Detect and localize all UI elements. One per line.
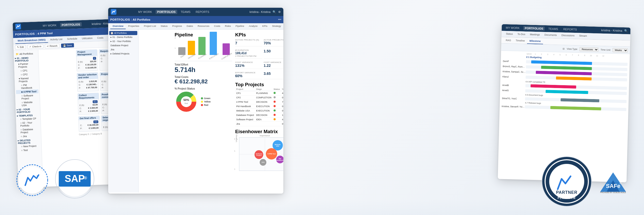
gantt-bar-5 <box>530 84 576 89</box>
search-icon-center[interactable]: 🔍 <box>273 10 276 14</box>
tab-wbs[interactable]: Work Breakdown (WBS) <box>15 37 48 44</box>
nav-teams-right[interactable]: TEAMS <box>547 27 560 31</box>
ps-all-portfolios[interactable]: 📋 All Portfolios <box>109 31 137 35</box>
proj-pct-7: 42% <box>281 117 283 122</box>
sap-logo: SAP ® <box>54 158 95 200</box>
gantt-bar-1 <box>531 60 592 65</box>
ps-jira[interactable]: Jira <box>109 47 137 52</box>
settings-icon-center[interactable]: ⚙ <box>278 10 281 14</box>
eisenhower-matrix: 8 5 3 Website USA Software Project 4 PPM… <box>239 137 283 171</box>
tree-software[interactable]: ○ Software Project <box>16 93 39 101</box>
edit-button[interactable]: ✎ Edit <box>15 45 26 49</box>
week-8: 8 <box>576 54 581 56</box>
more-options-center[interactable]: ••• <box>278 18 281 21</box>
tab-pipeline[interactable]: Pipeline <box>233 23 247 29</box>
tree-named-projects[interactable]: ▾ Named Projects <box>15 76 38 83</box>
proj-pct-3: 70% <box>281 100 283 104</box>
y-label-5: 5 <box>234 150 235 152</box>
wbs-badge-5: 5.1 <box>93 100 98 103</box>
dot-green <box>201 97 203 99</box>
tab-activity[interactable]: Activity List <box>48 36 65 43</box>
proj-pct-1: 40% <box>281 91 283 95</box>
nav-portfolios-left[interactable]: PORTFOLIOS <box>60 22 82 27</box>
y-label-8: 8 <box>234 138 235 140</box>
ps-database[interactable]: Database Project <box>109 43 137 47</box>
tab-status-right[interactable]: Status <box>504 31 515 37</box>
tab-analyze[interactable]: Analyze <box>247 23 260 29</box>
tab-costs[interactable]: Costs <box>95 35 106 41</box>
tree-database[interactable]: ○ Database Project <box>17 127 40 134</box>
ps-deleted[interactable]: ▸ Deleted Projects <box>109 52 137 56</box>
tree-pm-handbook[interactable]: ○ PM Handbook <box>16 83 38 90</box>
proj-status-6 <box>273 113 281 117</box>
tab-project-list[interactable]: Project List <box>142 23 158 29</box>
nav-reports-center[interactable]: REPORTS <box>194 10 211 14</box>
tab-strategy[interactable]: Strategy <box>270 23 283 29</box>
wbs-cell-collect-req: Collect Requirements 5.1 E (h):63,00 C:€… <box>78 93 100 115</box>
gantt-bar-7 <box>561 98 599 102</box>
tree-test[interactable]: ○ Test <box>18 148 41 152</box>
planforge-icon-center <box>111 9 116 15</box>
tab-stream-right[interactable]: Stream <box>577 33 589 39</box>
search-icon-right[interactable]: 🔍 <box>624 29 628 33</box>
safe-badge-svg: SAFe ® PROVIDED BY SCALED AGILE <box>592 169 634 194</box>
tab-risks[interactable]: Risks <box>223 23 233 29</box>
tab-meetings-right[interactable]: Meetings <box>528 31 542 38</box>
total-costs-value: € 612.298,82 <box>175 78 232 85</box>
svg-text:PROVIDED BY SCALED AGILE: PROVIDED BY SCALED AGILE <box>600 192 626 193</box>
tab-discussions-right[interactable]: Discussions <box>559 32 577 39</box>
svg-text:SAP: SAP <box>65 173 85 184</box>
rework-button[interactable]: ↩ Rework <box>45 44 60 48</box>
tree-jira[interactable]: ○ Jira <box>18 134 40 138</box>
nav-portfolios-right[interactable]: PORTFOLIOS <box>523 26 545 31</box>
tab-todos-right[interactable]: To-Dos <box>515 31 528 37</box>
tab-resources[interactable]: Resources <box>195 23 211 29</box>
kpi-duration: Ø DURATION 189,41d 2 PROJECTS PER PM <box>235 48 262 59</box>
tab-documents-right[interactable]: Documents <box>542 32 559 38</box>
tab-costs[interactable]: Costs <box>212 23 223 29</box>
nav-mywork-left[interactable]: MY WORK <box>41 23 58 28</box>
card-title-left: 4 PPM Tool <box>37 31 53 35</box>
tab-status[interactable]: Status <box>158 23 170 29</box>
gantt-bar-2 <box>541 66 592 70</box>
proj-name-5: Website USA <box>235 109 255 113</box>
subtab-rag[interactable]: RAG <box>503 37 513 44</box>
nav-teams-center[interactable]: TEAMS <box>179 10 192 14</box>
wbs-row-3c: P:€ 97.750,00 <box>79 86 97 90</box>
tree-partner-projects[interactable]: ▾ Partner Projects <box>15 61 38 69</box>
gantt-bar-3 <box>536 71 592 75</box>
subtab-timeline[interactable]: Timeline <box>513 38 527 44</box>
nav-portfolios-center[interactable]: PORTFOLIOS <box>156 10 177 14</box>
tab-overview[interactable]: Overview <box>110 23 126 29</box>
tab-properties[interactable]: Properties <box>126 23 141 29</box>
tree-all-portfolios[interactable]: 📁 All Portfolios <box>15 51 37 56</box>
nav-mywork-center[interactable]: MY WORK <box>137 10 154 14</box>
view-type-select[interactable]: Resources Phases Tasks <box>579 47 598 52</box>
tab-schedule[interactable]: Schedule <box>65 36 80 42</box>
tab-utilization[interactable]: Utilization <box>80 35 95 42</box>
pipeline-bar-completion: COMPLETION <box>220 43 232 57</box>
username-right: kristina - Kristina <box>601 29 622 32</box>
kpi-value-dur: 189,41d <box>235 51 262 55</box>
tab-dates[interactable]: Dates <box>184 23 196 29</box>
th-project: Project <box>235 87 255 91</box>
proj-status-5 <box>273 109 281 113</box>
tab-kpis[interactable]: KPIs <box>260 23 270 29</box>
top-projects-section: Top Projects Project Stage Status % Com. <box>235 82 283 126</box>
tree-website[interactable]: ○ Website USA <box>16 100 39 107</box>
proj-status-7 <box>273 117 281 122</box>
filter-icon[interactable]: ⊟ <box>563 47 565 50</box>
svg-text:SCALED AGILE: SCALED AGILE <box>556 170 578 172</box>
subtab-milestone[interactable]: Milestone <box>527 38 543 44</box>
save-button[interactable]: 💾 Save <box>61 43 74 48</box>
ps-your-portfolio[interactable]: ▸ 02 - Your Portfolio <box>109 39 137 43</box>
nav-reports-right[interactable]: REPORTS <box>562 27 578 32</box>
ps-demo-portfolio[interactable]: ▸ 01 - Demo Portfolio <box>109 35 137 39</box>
tree-02-your[interactable]: ○ 02 - Your Portfolio <box>17 120 40 128</box>
tab-progress[interactable]: Progress <box>170 23 184 29</box>
nav-mywork-right[interactable]: MY WORK <box>504 26 521 30</box>
checkin-button[interactable]: ✓ Check-in <box>27 44 44 49</box>
eisenhower-area: Importance 8 <box>239 134 283 171</box>
time-unit-select[interactable]: Weeks Months Days <box>612 48 628 52</box>
week-11: 11 <box>594 55 600 57</box>
